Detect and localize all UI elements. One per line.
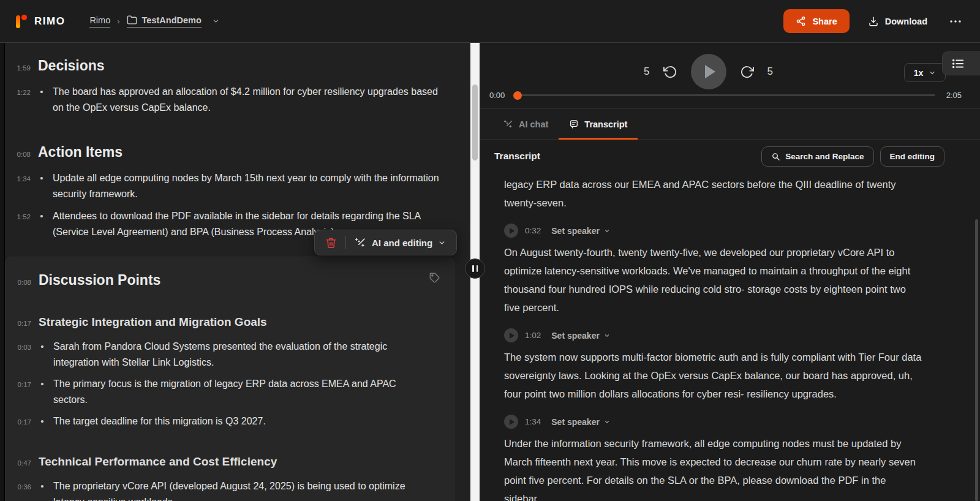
top-bar: RIMO Rimo › TestAndDemo Share Download [0,0,980,43]
chapter-list-button[interactable] [942,51,980,75]
app-logo-text: RIMO [34,15,65,28]
delete-block-button[interactable] [325,237,337,249]
technical-performance-heading[interactable]: Technical Performance and Cost Efficienc… [39,455,277,469]
transcript-paragraph[interactable]: On August twenty-fourth, twenty twenty-f… [504,243,924,317]
topbar-actions: Share Download [783,9,965,33]
note-timestamp[interactable]: 1:59 [9,64,31,72]
discussion-points-card[interactable]: 0:08 Discussion Points 0:17 Strategic In… [5,257,454,501]
more-options-button[interactable] [946,16,965,27]
splitter-collapse-handle[interactable] [465,258,485,279]
playhead-handle[interactable] [513,91,522,100]
transcript-entry-header: 0:32 Set speaker [504,224,924,238]
app-logo[interactable]: RIMO [15,13,65,29]
action-items-heading[interactable]: Action Items [38,144,123,160]
chevron-down-icon [929,69,936,77]
note-timestamp[interactable]: 0:17 [9,320,31,327]
ai-and-editing-button[interactable]: AI and editing [355,237,446,249]
entry-play-button[interactable] [504,224,518,238]
share-icon [796,16,806,26]
note-timestamp[interactable]: 0:08 [9,151,31,158]
folder-icon [127,15,137,25]
transcript-paragraph[interactable]: legacy ERP data across our EMEA and APAC… [504,175,924,212]
note-timestamp[interactable]: 0:03 [9,344,31,351]
note-heading-action-items: 0:08 Action Items [9,144,453,160]
tab-ai-chat[interactable]: AI chat [493,109,559,139]
end-editing-button[interactable]: End editing [880,146,945,167]
seek-track[interactable] [513,94,935,96]
skip-forward-amount: 5 [767,66,773,78]
rotate-ccw-icon [663,65,677,79]
chevron-down-icon[interactable] [212,17,220,25]
bullet-icon: • [39,416,46,426]
decisions-heading[interactable]: Decisions [38,58,105,74]
note-bullet-text[interactable]: The target deadline for this migration i… [53,413,266,429]
breadcrumb-root-link[interactable]: Rimo [89,15,110,28]
skip-back-button[interactable] [662,64,679,80]
transcript-body: legacy ERP data across our EMEA and APAC… [480,173,980,501]
note-timestamp[interactable]: 0:17 [9,418,31,426]
skip-forward-button[interactable] [739,64,755,80]
note-timestamp[interactable]: 1:22 [9,89,31,96]
note-timestamp[interactable]: 0:36 [9,483,31,491]
chevron-down-icon [604,228,610,234]
rimo-logo-icon [15,13,28,29]
transcript-actions: Search and Replace End editing [761,146,944,167]
media-transcript-panel: 5 5 1x 0:00 2:05 [480,43,980,501]
set-speaker-button[interactable]: Set speaker [551,417,610,427]
rotate-cw-icon [740,65,754,79]
tab-ai-chat-label: AI chat [519,119,548,129]
note-timestamp[interactable]: 0:08 [9,279,31,286]
breadcrumb-separator: › [117,17,119,26]
tab-transcript[interactable]: Transcript [559,109,638,139]
playback-speed-button[interactable]: 1x [904,63,946,82]
note-timestamp[interactable]: 1:52 [9,213,31,220]
tag-icon[interactable] [429,272,440,284]
note-bullet: 0:17 • The target deadline for this migr… [9,413,432,429]
entry-timestamp[interactable]: 1:02 [525,331,541,340]
bullet-icon: • [39,379,46,389]
note-bullet-text[interactable]: The proprietary vCore API (developed Aug… [53,478,432,501]
right-panel-tabs: AI chat Transcript [480,109,980,140]
note-bullet-text[interactable]: The primary focus is the migration of le… [53,376,432,408]
transcript-title: Transcript [494,151,540,162]
note-timestamp[interactable]: 1:34 [9,175,31,183]
entry-play-button[interactable] [504,415,518,429]
note-bullet-text[interactable]: Update all edge computing nodes by March… [53,170,445,202]
download-button[interactable]: Download [868,16,927,27]
discussion-points-heading[interactable]: Discussion Points [39,272,160,288]
entry-play-button[interactable] [504,328,518,342]
bullet-icon: • [38,211,45,221]
play-button[interactable] [691,54,726,89]
note-timestamp[interactable]: 0:47 [9,459,31,467]
note-bullet-text[interactable]: The board has approved an allocation of … [53,84,445,116]
strategic-integration-heading[interactable]: Strategic Integration and Migration Goal… [39,315,267,329]
more-icon [949,20,962,23]
seek-bar[interactable] [513,91,935,100]
notes-scrollbar-thumb[interactable] [472,85,478,160]
set-speaker-button[interactable]: Set speaker [551,226,610,236]
search-and-replace-button[interactable]: Search and Replace [761,146,873,167]
set-speaker-label: Set speaker [551,331,600,341]
note-bullet: 0:03 • Sarah from Pandora Cloud Systems … [9,339,432,371]
pause-icon [477,265,478,272]
share-button-label: Share [812,17,837,26]
notes-scroll-area: 1:59 Decisions 1:22 • The board has appr… [0,43,470,501]
panel-splitter[interactable] [470,43,480,501]
list-icon [951,57,965,70]
entry-timestamp[interactable]: 0:32 [525,226,541,235]
search-icon [771,152,780,161]
set-speaker-button[interactable]: Set speaker [551,331,610,341]
transcript-paragraph[interactable]: Under the information security framework… [504,434,924,501]
transcript-scrollbar-thumb[interactable] [975,219,978,501]
bullet-icon: • [38,86,45,97]
breadcrumb: Rimo › TestAndDemo [89,15,219,28]
note-heading-decisions: 1:59 Decisions [9,58,453,74]
note-timestamp[interactable]: 0:17 [9,381,31,388]
note-bullet-text[interactable]: Sarah from Pandora Cloud Systems present… [53,339,432,371]
transcript-paragraph[interactable]: The system now supports multi-factor bio… [504,348,924,403]
breadcrumb-folder-link[interactable]: TestAndDemo [127,15,202,28]
entry-timestamp[interactable]: 1:34 [525,417,541,426]
timeline: 0:00 2:05 [489,91,962,100]
playback-speed-value: 1x [914,68,924,78]
share-button[interactable]: Share [783,9,849,33]
